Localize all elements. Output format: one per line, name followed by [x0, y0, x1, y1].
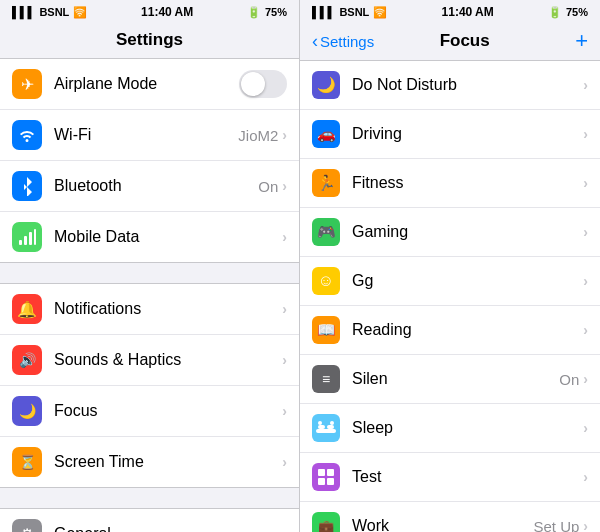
donotdisturb-icon: 🌙: [312, 71, 340, 99]
fitness-icon: 🏃: [312, 169, 340, 197]
wifi-label: Wi-Fi: [54, 126, 238, 144]
silen-chevron: ›: [583, 371, 588, 387]
svg-rect-1: [24, 236, 27, 245]
row-airplane[interactable]: ✈ Airplane Mode: [0, 59, 299, 110]
driving-icon: 🚗: [312, 120, 340, 148]
airplane-icon: ✈: [12, 69, 42, 99]
gaming-label: Gaming: [352, 223, 583, 241]
focus-row-silen[interactable]: ≡ Silen On ›: [300, 355, 600, 404]
notifications-chevron: ›: [282, 301, 287, 317]
row-wifi[interactable]: Wi-Fi JioM2 ›: [0, 110, 299, 161]
focus-row-gg[interactable]: ☺ Gg ›: [300, 257, 600, 306]
wifi-chevron: ›: [282, 127, 287, 143]
focus-items-list: 🌙 Do Not Disturb › 🚗 Driving › 🏃 Fitness…: [300, 60, 600, 532]
reading-label: Reading: [352, 321, 583, 339]
general-label: General: [54, 525, 282, 532]
sounds-label: Sounds & Haptics: [54, 351, 282, 369]
svg-rect-20: [327, 469, 334, 476]
focus-row-reading[interactable]: 📖 Reading ›: [300, 306, 600, 355]
section-connectivity: ✈ Airplane Mode Wi-Fi JioM2 ›: [0, 58, 299, 263]
battery-right: 🔋 75%: [548, 6, 588, 19]
wifi-icon-left: 🛜: [73, 6, 87, 19]
focus-section: 🌙 Do Not Disturb › 🚗 Driving › 🏃 Fitness…: [300, 60, 600, 532]
row-sounds[interactable]: 🔊 Sounds & Haptics ›: [0, 335, 299, 386]
svg-rect-3: [34, 229, 36, 245]
right-panel: ▌▌▌ BSNL 🛜 11:40 AM 🔋 75% ‹ Settings Foc…: [300, 0, 600, 532]
work-label: Work: [352, 517, 533, 532]
back-button[interactable]: ‹ Settings: [312, 31, 374, 52]
time-right: 11:40 AM: [442, 5, 494, 19]
svg-point-17: [318, 421, 322, 425]
airplane-toggle[interactable]: [239, 70, 287, 98]
svg-rect-0: [19, 240, 22, 245]
gg-chevron: ›: [583, 273, 588, 289]
signal-icon: ▌▌▌: [12, 6, 35, 18]
battery-left: 🔋 75%: [247, 6, 287, 19]
notifications-label: Notifications: [54, 300, 282, 318]
general-chevron: ›: [282, 526, 287, 532]
add-focus-button[interactable]: +: [575, 30, 588, 52]
test-chevron: ›: [583, 469, 588, 485]
focus-row-test[interactable]: Test ›: [300, 453, 600, 502]
airplane-label: Airplane Mode: [54, 75, 239, 93]
sounds-chevron: ›: [282, 352, 287, 368]
time-left: 11:40 AM: [141, 5, 193, 19]
sleep-icon: [312, 414, 340, 442]
work-value: Set Up: [533, 518, 579, 533]
sleep-label: Sleep: [352, 419, 583, 437]
focus-chevron: ›: [282, 403, 287, 419]
focus-row-driving[interactable]: 🚗 Driving ›: [300, 110, 600, 159]
focus-header: ‹ Settings Focus +: [300, 24, 600, 60]
svg-rect-21: [318, 478, 325, 485]
section-system: 🔔 Notifications › 🔊 Sounds & Haptics › 🌙…: [0, 283, 299, 488]
left-panel: ▌▌▌ BSNL 🛜 11:40 AM 🔋 75% Settings ✈ Air…: [0, 0, 300, 532]
focus-page-title: Focus: [374, 31, 555, 51]
test-label: Test: [352, 468, 583, 486]
gaming-chevron: ›: [583, 224, 588, 240]
row-bluetooth[interactable]: Bluetooth On ›: [0, 161, 299, 212]
focus-row-fitness[interactable]: 🏃 Fitness ›: [300, 159, 600, 208]
row-mobiledata[interactable]: Mobile Data ›: [0, 212, 299, 262]
screentime-chevron: ›: [282, 454, 287, 470]
status-bar-right: ▌▌▌ BSNL 🛜 11:40 AM 🔋 75%: [300, 0, 600, 24]
fitness-chevron: ›: [583, 175, 588, 191]
driving-label: Driving: [352, 125, 583, 143]
focus-row-sleep[interactable]: Sleep ›: [300, 404, 600, 453]
fitness-label: Fitness: [352, 174, 583, 192]
reading-chevron: ›: [583, 322, 588, 338]
work-chevron: ›: [583, 518, 588, 532]
signal-icon-right: ▌▌▌: [312, 6, 335, 18]
row-focus[interactable]: 🌙 Focus ›: [0, 386, 299, 437]
focus-row-donotdisturb[interactable]: 🌙 Do Not Disturb ›: [300, 61, 600, 110]
focus-icon: 🌙: [12, 396, 42, 426]
mobiledata-label: Mobile Data: [54, 228, 282, 246]
focus-row-gaming[interactable]: 🎮 Gaming ›: [300, 208, 600, 257]
focus-row-work[interactable]: 💼 Work Set Up ›: [300, 502, 600, 532]
screentime-label: Screen Time: [54, 453, 282, 471]
bluetooth-value: On: [258, 178, 278, 195]
section-device: ⚙ General › Control Centre ›: [0, 508, 299, 532]
bluetooth-label: Bluetooth: [54, 177, 258, 195]
sleep-chevron: ›: [583, 420, 588, 436]
donotdisturb-chevron: ›: [583, 77, 588, 93]
row-screentime[interactable]: ⏳ Screen Time ›: [0, 437, 299, 487]
silen-label: Silen: [352, 370, 559, 388]
wifi-icon-right: 🛜: [373, 6, 387, 19]
settings-list: ✈ Airplane Mode Wi-Fi JioM2 ›: [0, 58, 299, 532]
mobiledata-chevron: ›: [282, 229, 287, 245]
svg-rect-22: [327, 478, 334, 485]
notifications-icon: 🔔: [12, 294, 42, 324]
row-notifications[interactable]: 🔔 Notifications ›: [0, 284, 299, 335]
screentime-icon: ⏳: [12, 447, 42, 477]
svg-rect-15: [318, 425, 325, 429]
status-bar-left: ▌▌▌ BSNL 🛜 11:40 AM 🔋 75%: [0, 0, 299, 24]
airplane-toggle-track[interactable]: [239, 70, 287, 98]
silen-icon: ≡: [312, 365, 340, 393]
gaming-icon: 🎮: [312, 218, 340, 246]
battery-icon-right: 🔋: [548, 6, 562, 19]
silen-value: On: [559, 371, 579, 388]
svg-rect-2: [29, 232, 32, 245]
reading-icon: 📖: [312, 316, 340, 344]
row-general[interactable]: ⚙ General ›: [0, 509, 299, 532]
gg-label: Gg: [352, 272, 583, 290]
